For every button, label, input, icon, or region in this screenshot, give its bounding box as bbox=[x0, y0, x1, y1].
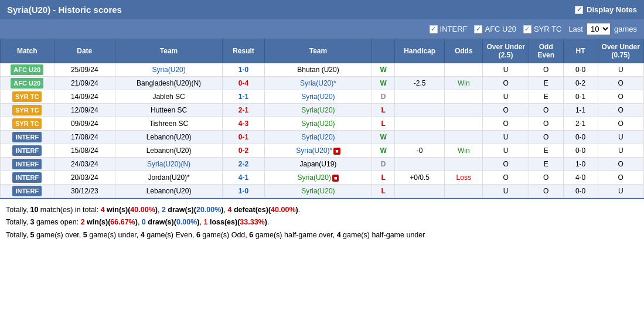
syr-tc-checkbox[interactable]: ✓ bbox=[523, 25, 531, 33]
result-cell[interactable]: 2-2 bbox=[223, 158, 265, 171]
oe-cell: E bbox=[529, 144, 563, 158]
table-row: INTERF20/03/24Jordan(U20)*4-1Syria(U20)■… bbox=[1, 171, 644, 185]
team2-cell[interactable]: Syria(U20) bbox=[264, 90, 372, 104]
summary-line1: Totally, 10 match(es) in total: 4 win(s)… bbox=[6, 204, 638, 216]
ou075-cell: U bbox=[598, 63, 644, 77]
interf-checkbox[interactable]: ✓ bbox=[430, 25, 438, 33]
result-badge-cell: W bbox=[372, 63, 394, 77]
team1-cell[interactable]: Lebanon(U20) bbox=[115, 144, 223, 158]
result-cell[interactable]: 0-1 bbox=[223, 131, 265, 144]
result-cell[interactable]: 2-1 bbox=[223, 104, 265, 117]
result-badge-cell: L bbox=[372, 185, 394, 198]
handicap-cell: -2.5 bbox=[395, 77, 445, 90]
last-label: Last bbox=[568, 25, 583, 33]
handicap-cell bbox=[395, 63, 445, 77]
oe-cell: O bbox=[529, 63, 563, 77]
odds-cell bbox=[445, 131, 483, 144]
ou25-cell: O bbox=[483, 171, 529, 185]
team2-cell[interactable]: Syria(U20)■ bbox=[264, 171, 372, 185]
result-cell[interactable]: 1-0 bbox=[223, 63, 265, 77]
col-header-ou075: Over Under (0.75) bbox=[598, 39, 644, 63]
result-cell[interactable]: 0-2 bbox=[223, 144, 265, 158]
match-type-cell: INTERF bbox=[1, 171, 54, 185]
header-bar: Syria(U20) - Historic scores ✓ Display N… bbox=[0, 0, 644, 19]
summary-line3: Totally, 5 game(s) over, 5 game(s) under… bbox=[6, 229, 638, 241]
afc-u20-checkbox[interactable]: ✓ bbox=[474, 25, 482, 33]
handicap-cell: -0 bbox=[395, 144, 445, 158]
team2-cell[interactable]: Bhutan (U20) bbox=[264, 63, 372, 77]
display-notes-checkbox[interactable]: ✓ bbox=[575, 6, 583, 14]
result-cell[interactable]: 4-3 bbox=[223, 117, 265, 131]
team1-cell[interactable]: Lebanon(U20) bbox=[115, 131, 223, 144]
team1-cell[interactable]: Syria(U20)(N) bbox=[115, 158, 223, 171]
team2-cell[interactable]: Syria(U20) bbox=[264, 104, 372, 117]
team2-cell[interactable]: Japan(U19) bbox=[264, 158, 372, 171]
red-card-icon: ■ bbox=[332, 175, 339, 182]
result-badge-cell: L bbox=[372, 117, 394, 131]
date-cell: 30/12/23 bbox=[54, 185, 115, 198]
oe-cell: O bbox=[529, 171, 563, 185]
match-type-cell: INTERF bbox=[1, 158, 54, 171]
col-header-ht: HT bbox=[563, 39, 598, 63]
page-title: Syria(U20) - Historic scores bbox=[7, 5, 122, 15]
display-notes-container: ✓ Display Notes bbox=[575, 5, 637, 14]
team2-cell[interactable]: Syria(U20) bbox=[264, 131, 372, 144]
team1-cell[interactable]: Jordan(U20)* bbox=[115, 171, 223, 185]
col-header-odds: Odds bbox=[445, 39, 483, 63]
date-cell: 25/09/24 bbox=[54, 63, 115, 77]
team1-cell[interactable]: Syria(U20) bbox=[115, 63, 223, 77]
handicap-cell bbox=[395, 104, 445, 117]
result-badge-cell: L bbox=[372, 171, 394, 185]
red-card-icon: ■ bbox=[333, 148, 340, 155]
ou25-cell: O bbox=[483, 104, 529, 117]
handicap-cell bbox=[395, 131, 445, 144]
table-row: AFC U2021/09/24Bangladesh(U20)(N)0-4Syri… bbox=[1, 77, 644, 90]
result-badge-cell: D bbox=[372, 158, 394, 171]
col-header-match: Match bbox=[1, 39, 54, 63]
handicap-cell bbox=[395, 117, 445, 131]
result-cell[interactable]: 0-4 bbox=[223, 77, 265, 90]
ou25-cell: O bbox=[483, 117, 529, 131]
ou075-cell: O bbox=[598, 77, 644, 90]
ou075-cell: O bbox=[598, 90, 644, 104]
odds-cell: Win bbox=[445, 144, 483, 158]
result-cell[interactable]: 4-1 bbox=[223, 171, 265, 185]
team1-cell[interactable]: Bangladesh(U20)(N) bbox=[115, 77, 223, 90]
team1-cell[interactable]: Tishreen SC bbox=[115, 117, 223, 131]
odds-cell bbox=[445, 117, 483, 131]
last-games-select[interactable]: 10 20 30 bbox=[587, 23, 611, 35]
result-cell[interactable]: 1-1 bbox=[223, 90, 265, 104]
col-header-oe: Odd Even bbox=[529, 39, 563, 63]
result-badge-cell: L bbox=[372, 104, 394, 117]
match-type-cell: INTERF bbox=[1, 185, 54, 198]
match-type-cell: SYR TC bbox=[1, 104, 54, 117]
ou25-cell: U bbox=[483, 131, 529, 144]
ht-cell: 0-2 bbox=[563, 77, 598, 90]
table-row: AFC U2025/09/24Syria(U20)1-0Bhutan (U20)… bbox=[1, 63, 644, 77]
handicap-cell bbox=[395, 158, 445, 171]
team1-cell[interactable]: Jableh SC bbox=[115, 90, 223, 104]
oe-cell: E bbox=[529, 90, 563, 104]
team2-cell[interactable]: Syria(U20) bbox=[264, 117, 372, 131]
interf-label: INTERF bbox=[440, 25, 468, 33]
date-cell: 17/08/24 bbox=[54, 131, 115, 144]
team1-cell[interactable]: Hutteen SC bbox=[115, 104, 223, 117]
col-header-date: Date bbox=[54, 39, 115, 63]
ht-cell: 0-0 bbox=[563, 131, 598, 144]
ou075-cell: O bbox=[598, 171, 644, 185]
date-cell: 24/03/24 bbox=[54, 158, 115, 171]
date-cell: 20/03/24 bbox=[54, 171, 115, 185]
table-row: INTERF30/12/23Lebanon(U20)1-0Syria(U20)L… bbox=[1, 185, 644, 198]
team2-cell[interactable]: Syria(U20) bbox=[264, 185, 372, 198]
team2-cell[interactable]: Syria(U20)* bbox=[264, 77, 372, 90]
result-badge-cell: D bbox=[372, 90, 394, 104]
date-cell: 09/09/24 bbox=[54, 117, 115, 131]
ou25-cell: O bbox=[483, 77, 529, 90]
col-header-team1: Team bbox=[115, 39, 223, 63]
handicap-cell bbox=[395, 185, 445, 198]
team2-cell[interactable]: Syria(U20)*■ bbox=[264, 144, 372, 158]
result-badge-cell: W bbox=[372, 77, 394, 90]
result-cell[interactable]: 1-0 bbox=[223, 185, 265, 198]
team1-cell[interactable]: Lebanon(U20) bbox=[115, 185, 223, 198]
match-type-cell: AFC U20 bbox=[1, 63, 54, 77]
